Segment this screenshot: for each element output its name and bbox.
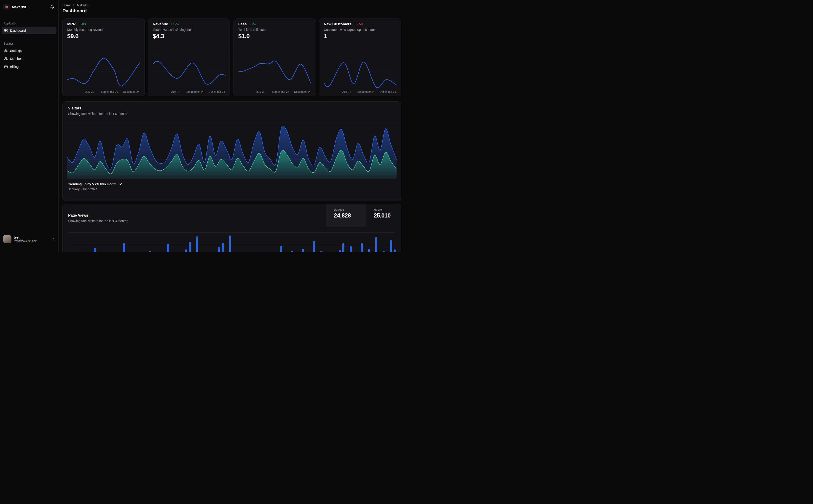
- dashboard-icon: [4, 29, 8, 32]
- workspace-name: Makerkit: [12, 5, 26, 9]
- stat-description: Total revenue including fees: [153, 28, 226, 32]
- revenue-trend-chart: [153, 55, 226, 89]
- x-axis-labels: July 24 September 24 December 24: [67, 90, 140, 93]
- stat-card-mrr: MRR ↑ 20% Monthly recurring revenue $9.6…: [62, 19, 145, 96]
- x-tick: December 24: [294, 90, 311, 93]
- stat-change-badge: ↑ 9%: [249, 23, 256, 26]
- fees-trend-chart: [238, 55, 311, 89]
- page-views-card: Page Views Showing total visitors for th…: [62, 204, 401, 252]
- stat-change-badge: ↓ -25%: [354, 23, 363, 26]
- stat-change-value: 20%: [81, 23, 86, 26]
- stat-value: $1.0: [238, 33, 311, 40]
- series-toggle: Desktop 24,828 Mobile 25,010: [326, 204, 401, 227]
- toggle-mobile[interactable]: Mobile 25,010: [366, 204, 401, 227]
- stat-change-badge: ↑ 12%: [171, 23, 179, 26]
- main-content: Home Makerkit Dashboard MRR ↑ 20% Monthl…: [58, 0, 407, 252]
- user-menu[interactable]: test test@makerkit.dev: [0, 235, 58, 252]
- visitors-card: Visitors Showing total visitors for the …: [62, 101, 401, 201]
- chevrons-up-down-icon: [28, 5, 31, 8]
- stat-change-value: 9%: [252, 23, 256, 26]
- sidebar-item-label: Billing: [10, 65, 19, 69]
- x-tick: July 24: [342, 90, 351, 93]
- stat-title: Fees: [238, 22, 247, 27]
- makerkit-logo: m: [3, 4, 10, 10]
- breadcrumb-home-link[interactable]: Home: [62, 3, 70, 7]
- page-views-title: Page Views: [68, 213, 321, 218]
- nav-section-settings: Settings: [4, 42, 55, 45]
- customers-trend-chart: [324, 55, 397, 89]
- users-icon: [4, 57, 8, 61]
- x-tick: July 24: [171, 90, 180, 93]
- x-axis-labels: July 24 September 24 December 24: [153, 90, 226, 93]
- page-views-subtitle: Showing total visitors for the last 3 mo…: [68, 219, 321, 223]
- sidebar-item-dashboard[interactable]: Dashboard: [2, 27, 56, 34]
- x-axis-labels: July 24 September 24 December 24: [324, 90, 397, 93]
- user-email: test@makerkit.dev: [14, 239, 37, 243]
- stat-card-fees: Fees ↑ 9% Total fees collected $1.0 July…: [234, 19, 316, 96]
- user-avatar: [3, 235, 11, 243]
- nav-section-application: Application: [4, 22, 55, 25]
- stat-card-new-customers: New Customers ↓ -25% Customers who signe…: [319, 19, 401, 96]
- stat-title: MRR: [67, 22, 75, 27]
- mrr-trend-chart: [67, 55, 140, 89]
- page-title: Dashboard: [62, 8, 401, 13]
- trending-up-icon: [118, 182, 122, 186]
- x-tick: September 24: [186, 90, 204, 93]
- visitors-area-chart: [67, 124, 397, 179]
- stat-value: $9.6: [67, 33, 140, 40]
- arrow-down-icon: ↓: [354, 23, 356, 26]
- sidebar-item-billing[interactable]: Billing: [2, 63, 56, 70]
- logo-letter: m: [5, 5, 8, 9]
- sidebar-item-label: Dashboard: [10, 29, 26, 32]
- user-name: test: [14, 236, 37, 239]
- x-tick: December 24: [380, 90, 396, 93]
- sidebar-item-members[interactable]: Members: [2, 55, 56, 62]
- x-tick: September 24: [357, 90, 375, 93]
- notifications-bell-icon[interactable]: [50, 5, 54, 9]
- visitors-header: Visitors Showing total visitors for the …: [63, 102, 401, 122]
- stat-cards-row: MRR ↑ 20% Monthly recurring revenue $9.6…: [62, 19, 401, 96]
- stat-change-value: -25%: [357, 23, 363, 26]
- toggle-value: 24,828: [334, 212, 366, 219]
- sidebar-item-label: Settings: [10, 49, 22, 53]
- visitors-subtitle: Showing total visitors for the last 6 mo…: [68, 112, 396, 116]
- sidebar-item-settings[interactable]: Settings: [2, 47, 56, 54]
- x-axis-labels: July 24 September 24 December 24: [238, 90, 311, 93]
- x-tick: July 24: [85, 90, 94, 93]
- credit-card-icon: [4, 65, 8, 69]
- toggle-label: Mobile: [374, 208, 401, 212]
- x-tick: December 24: [209, 90, 225, 93]
- breadcrumb-current: Makerkit: [77, 3, 88, 7]
- chevron-right-icon: [72, 4, 75, 7]
- arrow-up-icon: ↑: [171, 23, 172, 26]
- stat-description: Total fees collected: [238, 28, 311, 32]
- workspace-selector[interactable]: m Makerkit: [0, 0, 58, 14]
- sidebar: m Makerkit Application Dashboard Setting…: [0, 0, 58, 252]
- arrow-up-icon: ↑: [78, 23, 80, 26]
- page-views-bar-chart: [68, 229, 396, 252]
- gear-icon: [4, 49, 8, 53]
- stat-value: 1: [324, 33, 397, 40]
- stat-title: New Customers: [324, 22, 352, 27]
- x-tick: December 24: [123, 90, 139, 93]
- arrow-up-icon: ↑: [249, 23, 251, 26]
- visitors-title: Visitors: [68, 106, 396, 111]
- stat-description: Customers who signed up this month: [324, 28, 397, 32]
- x-tick: September 24: [272, 90, 289, 93]
- page-views-header: Page Views Showing total visitors for th…: [63, 204, 401, 227]
- stat-card-revenue: Revenue ↑ 12% Total revenue including fe…: [148, 19, 230, 96]
- chevrons-up-down-icon: [52, 238, 55, 241]
- toggle-label: Desktop: [334, 208, 366, 212]
- x-tick: July 24: [257, 90, 265, 93]
- visitors-footer: Trending up by 5.2% this month January -…: [63, 179, 401, 191]
- toggle-desktop[interactable]: Desktop 24,828: [326, 204, 366, 227]
- trend-text: Trending up by 5.2% this month: [68, 182, 117, 186]
- period-text: January - June 2024: [68, 187, 396, 191]
- stat-title: Revenue: [153, 22, 168, 27]
- stat-change-value: 12%: [173, 23, 179, 26]
- stat-description: Monthly recurring revenue: [67, 28, 140, 32]
- stat-change-badge: ↑ 20%: [78, 23, 86, 26]
- breadcrumb: Home Makerkit: [62, 3, 401, 7]
- sidebar-nav: Application Dashboard Settings Settings …: [0, 14, 58, 71]
- toggle-value: 25,010: [374, 212, 401, 219]
